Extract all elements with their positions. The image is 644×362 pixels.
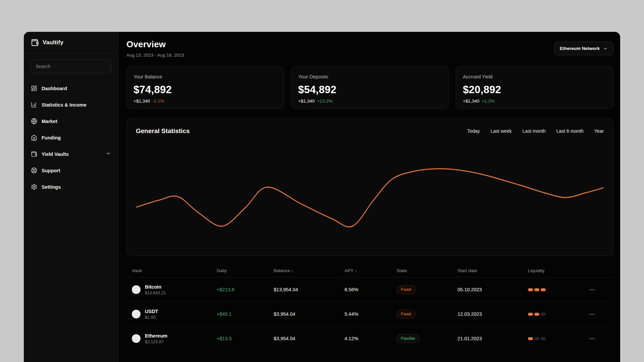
vault-price: $1.00 — [145, 315, 158, 320]
gear-icon — [31, 184, 37, 190]
main-content: Overview Aug 13, 2023 - Aug 18, 2023 Eth… — [118, 32, 620, 362]
page-title: Overview — [126, 39, 184, 50]
col-start-date[interactable]: Start date — [458, 268, 528, 273]
table-row-ethereum[interactable]: Ethereum $2,123.87 +$13.5 $3,954.04 4.12… — [126, 326, 613, 351]
balance-value: $3,954.04 — [274, 311, 344, 317]
vault-name: USDT — [145, 309, 158, 314]
table-row-usdt[interactable]: USDT $1.00 +$45.1 $3,954.04 5.44% Fixed … — [126, 302, 613, 326]
sidebar-item-yield-vaults[interactable]: Yield Vaults — [24, 146, 118, 162]
date-range: Aug 13, 2023 - Aug 18, 2023 — [126, 53, 184, 58]
start-date: 05.10.2023 — [458, 287, 528, 292]
stat-label: Your Balance — [133, 74, 277, 79]
vault-price: $2,123.87 — [145, 340, 167, 344]
logo: Vaultify — [24, 32, 118, 53]
sidebar-item-label: Support — [42, 168, 60, 173]
sidebar-item-label: Market — [42, 119, 57, 124]
filter-last-week[interactable]: Last week — [490, 128, 512, 134]
coin-avatar — [132, 310, 141, 318]
filter-year[interactable]: Year — [594, 128, 604, 134]
line-chart — [127, 143, 613, 251]
start-date: 21.01.2023 — [458, 336, 528, 341]
state-badge: Fixed — [396, 285, 416, 294]
balance-value: $13,954.04 — [274, 287, 344, 292]
sidebar-item-label: Dashboard — [42, 86, 67, 91]
coin-avatar — [132, 334, 141, 343]
liquidity-indicator — [528, 288, 589, 291]
stat-cards: Your Balance $74,892 +$1,340 -2.1% Your … — [126, 66, 613, 109]
liquidity-indicator — [528, 313, 589, 316]
row-actions-button[interactable]: ••• — [589, 312, 608, 316]
sidebar-item-support[interactable]: Support — [24, 162, 118, 179]
stat-card-deposits: Your Deposits $54,892 +$1,340 +13.2% — [291, 66, 449, 109]
filter-last-month[interactable]: Last month — [523, 128, 546, 134]
vaults-table: Vault Daily Balance ↓ APY ↓ State Start … — [126, 264, 613, 351]
col-state[interactable]: State — [396, 268, 458, 273]
apy-value: 5.44% — [344, 311, 396, 317]
sidebar-item-label: Yield Vaults — [42, 152, 69, 157]
filter-last-6-month[interactable]: Last 6 month — [556, 128, 584, 134]
sidebar-item-market[interactable]: Market — [24, 113, 118, 129]
general-statistics-panel: General Statistics Today Last week Last … — [126, 118, 613, 256]
sidebar-item-label: Statistics & Income — [42, 102, 87, 108]
sidebar-item-statistics-income[interactable]: Statistics & Income — [24, 97, 118, 113]
stat-label: Your Deposits — [298, 74, 442, 79]
sidebar-item-funding[interactable]: Funding — [24, 129, 118, 146]
panel-title: General Statistics — [136, 127, 190, 135]
sidebar-item-label: Settings — [42, 184, 61, 190]
chevron-down-icon — [603, 46, 608, 51]
chevron-down-icon[interactable] — [106, 151, 111, 157]
row-actions-button[interactable]: ••• — [589, 337, 608, 341]
app-window: Vaultify Dashboard Statistics & Income M… — [24, 32, 620, 362]
network-selector-label: Ethereum Network — [560, 46, 600, 51]
sidebar-nav: Dashboard Statistics & Income Market Fun… — [24, 80, 118, 195]
stat-pct: -2.1% — [152, 99, 164, 104]
daily-change: +$45.1 — [217, 311, 274, 317]
vault-name: Ethereum — [145, 333, 167, 339]
wallet-logo-icon — [31, 39, 39, 47]
row-actions-button[interactable]: ••• — [589, 288, 608, 292]
home-icon — [31, 134, 37, 141]
col-apy-sort[interactable]: APY ↓ — [344, 268, 396, 273]
sidebar-item-dashboard[interactable]: Dashboard — [24, 80, 118, 97]
network-selector-button[interactable]: Ethereum Network — [554, 42, 613, 55]
life-buoy-icon — [31, 167, 37, 174]
stat-value: $20,892 — [463, 84, 606, 96]
filter-today[interactable]: Today — [467, 128, 480, 134]
dashboard-grid-icon — [31, 85, 37, 92]
sidebar-item-label: Funding — [42, 135, 61, 140]
globe-icon — [31, 118, 37, 124]
stat-label: Accrued Yield — [463, 74, 606, 79]
daily-change: +$213.8 — [217, 287, 274, 292]
col-balance-sort[interactable]: Balance ↓ — [274, 268, 344, 273]
liquidity-indicator — [528, 337, 589, 340]
sidebar-item-settings[interactable]: Settings — [24, 179, 118, 195]
start-date: 12.03.2023 — [458, 311, 528, 317]
stat-pct: +1.2% — [482, 99, 495, 104]
state-badge: Fixed — [396, 310, 416, 318]
table-header: Vault Daily Balance ↓ APY ↓ State Start … — [126, 264, 613, 277]
apy-value: 8.56% — [344, 287, 396, 292]
stat-value: $74,892 — [133, 84, 277, 96]
sidebar: Vaultify Dashboard Statistics & Income M… — [24, 32, 118, 362]
daily-change: +$13.5 — [217, 336, 274, 341]
search-input[interactable] — [31, 59, 111, 73]
stat-card-balance: Your Balance $74,892 +$1,340 -2.1% — [126, 66, 284, 109]
bar-chart-icon — [31, 102, 37, 108]
wallet-icon — [31, 151, 37, 157]
col-liquidity[interactable]: Liquidity — [528, 268, 589, 273]
apy-value: 4.12% — [344, 336, 396, 341]
stat-delta: +$1,340 — [133, 99, 150, 104]
time-filters: Today Last week Last month Last 6 month … — [467, 128, 604, 134]
state-badge: Flexible — [396, 334, 420, 343]
balance-value: $3,954.04 — [274, 336, 344, 341]
stat-delta: +$1,340 — [298, 99, 315, 104]
stat-delta: +$1,340 — [463, 99, 479, 104]
table-row-bitcoin[interactable]: Bitcoin $13,643.21 +$213.8 $13,954.04 8.… — [126, 277, 613, 302]
vault-name: Bitcoin — [145, 284, 166, 290]
col-daily[interactable]: Daily — [217, 268, 274, 273]
col-vault[interactable]: Vault — [132, 268, 217, 273]
brand-name: Vaultify — [43, 39, 63, 46]
stat-value: $54,892 — [298, 84, 442, 96]
vault-price: $13,643.21 — [145, 291, 166, 295]
stat-pct: +13.2% — [317, 99, 332, 104]
